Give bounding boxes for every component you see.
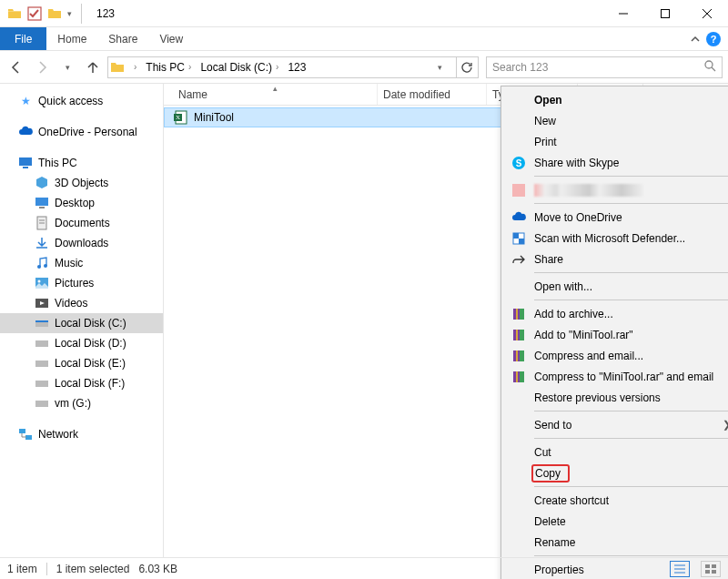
svg-rect-35 bbox=[516, 309, 518, 320]
back-button[interactable] bbox=[5, 56, 27, 78]
context-menu: Open New Print SShare with Skype Move to… bbox=[500, 86, 728, 579]
ctx-open-with[interactable]: Open with... bbox=[503, 276, 728, 297]
sidebar-item-vm-g[interactable]: vm (G:) bbox=[0, 393, 163, 413]
properties-quick-icon[interactable] bbox=[27, 6, 42, 21]
details-view-button[interactable] bbox=[670, 561, 690, 577]
svg-rect-25 bbox=[19, 429, 25, 433]
videos-icon bbox=[35, 296, 49, 310]
sidebar-item-label: This PC bbox=[38, 157, 77, 169]
ctx-restore-prev[interactable]: Restore previous versions bbox=[503, 387, 728, 408]
ctx-new[interactable]: New bbox=[503, 110, 728, 131]
cloud-icon bbox=[18, 125, 33, 139]
ctx-rename[interactable]: Rename bbox=[503, 532, 728, 553]
sidebar-onedrive[interactable]: OneDrive - Personal bbox=[0, 122, 163, 142]
sidebar-item-videos[interactable]: Videos bbox=[0, 293, 163, 313]
minimize-button[interactable] bbox=[602, 0, 644, 27]
svg-rect-51 bbox=[712, 570, 716, 574]
ctx-scan-defender[interactable]: Scan with Microsoft Defender... bbox=[503, 228, 728, 249]
sidebar-item-music[interactable]: Music bbox=[0, 253, 163, 273]
sidebar-item-label: Documents bbox=[55, 217, 110, 229]
crumb-local-disk-c[interactable]: Local Disk (C:)› bbox=[197, 61, 282, 74]
ctx-add-minitool-rar[interactable]: Add to "MiniTool.rar" bbox=[503, 324, 728, 345]
tab-home[interactable]: Home bbox=[46, 27, 97, 50]
disk-icon bbox=[35, 336, 49, 350]
svg-rect-44 bbox=[516, 371, 518, 382]
sidebar-item-local-disk-d[interactable]: Local Disk (D:) bbox=[0, 333, 163, 353]
up-button[interactable] bbox=[82, 56, 104, 78]
ctx-cut[interactable]: Cut bbox=[503, 442, 728, 462]
sidebar-item-local-disk-e[interactable]: Local Disk (E:) bbox=[0, 353, 163, 373]
svg-rect-43 bbox=[520, 371, 524, 382]
file-list: ▴ Name Date modified Type Size X MiniToo… bbox=[164, 84, 728, 557]
ctx-compress-email[interactable]: Compress and email... bbox=[503, 345, 728, 366]
sidebar-item-local-disk-c[interactable]: Local Disk (C:) bbox=[0, 313, 163, 333]
qat-dropdown-icon[interactable]: ▾ bbox=[67, 9, 72, 18]
crumb-123[interactable]: 123 bbox=[284, 61, 309, 74]
ctx-redacted[interactable] bbox=[503, 179, 728, 200]
sidebar-item-local-disk-f[interactable]: Local Disk (F:) bbox=[0, 373, 163, 393]
ctx-move-onedrive[interactable]: Move to OneDrive bbox=[503, 207, 728, 228]
refresh-button[interactable] bbox=[456, 56, 476, 78]
sidebar-network[interactable]: Network bbox=[0, 424, 163, 444]
desktop-icon bbox=[35, 196, 49, 210]
crumb-this-pc[interactable]: This PC› bbox=[142, 61, 195, 74]
svg-rect-41 bbox=[516, 350, 518, 361]
maximize-button[interactable] bbox=[644, 0, 686, 27]
ctx-compress-minitool-email[interactable]: Compress to "MiniTool.rar" and email bbox=[503, 366, 728, 387]
ctx-send-to[interactable]: Send to❯ bbox=[503, 414, 728, 435]
sidebar-item-documents[interactable]: Documents bbox=[0, 213, 163, 233]
sidebar-item-label: Local Disk (F:) bbox=[55, 377, 125, 390]
ctx-create-shortcut[interactable]: Create shortcut bbox=[503, 490, 728, 511]
winrar-icon bbox=[511, 348, 527, 364]
tab-share[interactable]: Share bbox=[97, 27, 148, 50]
sidebar-item-pictures[interactable]: Pictures bbox=[0, 273, 163, 293]
ctx-print[interactable]: Print bbox=[503, 131, 728, 152]
search-input[interactable]: Search 123 bbox=[486, 56, 723, 78]
folder-icon bbox=[110, 60, 125, 75]
sidebar-item-desktop[interactable]: Desktop bbox=[0, 193, 163, 213]
chevron-right-icon: ❯ bbox=[723, 419, 728, 431]
winrar-icon bbox=[511, 327, 527, 343]
sidebar-this-pc[interactable]: This PC bbox=[0, 153, 163, 173]
documents-icon bbox=[35, 216, 49, 230]
title-bar: ▾ 123 bbox=[0, 0, 728, 27]
recent-dropdown[interactable]: ▾ bbox=[56, 56, 78, 78]
winrar-icon bbox=[511, 306, 527, 322]
ctx-open[interactable]: Open bbox=[503, 89, 728, 110]
large-icons-view-button[interactable] bbox=[701, 561, 721, 577]
sidebar-item-label: Videos bbox=[55, 297, 87, 310]
svg-rect-50 bbox=[705, 570, 710, 574]
help-icon[interactable]: ? bbox=[706, 32, 721, 46]
svg-rect-20 bbox=[35, 320, 48, 322]
address-dropdown[interactable]: ▾ bbox=[429, 56, 450, 78]
sidebar-item-downloads[interactable]: Downloads bbox=[0, 233, 163, 253]
sidebar-item-3d-objects[interactable]: 3D Objects bbox=[0, 173, 163, 193]
forward-button[interactable] bbox=[31, 56, 53, 78]
breadcrumb[interactable]: › This PC› Local Disk (C:)› 123 ▾ bbox=[107, 56, 479, 78]
svg-rect-26 bbox=[25, 435, 32, 440]
tab-view[interactable]: View bbox=[148, 27, 194, 50]
ctx-share[interactable]: Share bbox=[503, 249, 728, 269]
disk-icon bbox=[35, 316, 49, 330]
svg-text:S: S bbox=[516, 158, 522, 168]
folder-new-icon[interactable] bbox=[47, 6, 62, 21]
close-button[interactable] bbox=[686, 0, 728, 27]
ctx-delete[interactable]: Delete bbox=[503, 511, 728, 532]
sidebar-quick-access[interactable]: ★ Quick access bbox=[0, 91, 163, 111]
svg-rect-49 bbox=[712, 564, 716, 568]
svg-rect-22 bbox=[35, 361, 48, 367]
svg-point-14 bbox=[37, 265, 41, 269]
ribbon-collapse-icon[interactable] bbox=[690, 34, 701, 45]
svg-text:X: X bbox=[176, 114, 180, 121]
column-date[interactable]: Date modified bbox=[378, 84, 487, 105]
ctx-add-archive[interactable]: Add to archive... bbox=[503, 303, 728, 324]
sidebar-item-label: Local Disk (D:) bbox=[55, 337, 126, 350]
tab-file[interactable]: File bbox=[0, 27, 46, 50]
sidebar-item-label: Downloads bbox=[55, 237, 108, 249]
ctx-copy[interactable]: Copy bbox=[503, 462, 728, 483]
window-title: 123 bbox=[93, 7, 602, 20]
svg-rect-37 bbox=[520, 330, 524, 340]
sidebar-item-label: vm (G:) bbox=[55, 397, 91, 410]
ctx-share-skype[interactable]: SShare with Skype bbox=[503, 152, 728, 173]
status-item-count: 1 item bbox=[7, 563, 37, 575]
